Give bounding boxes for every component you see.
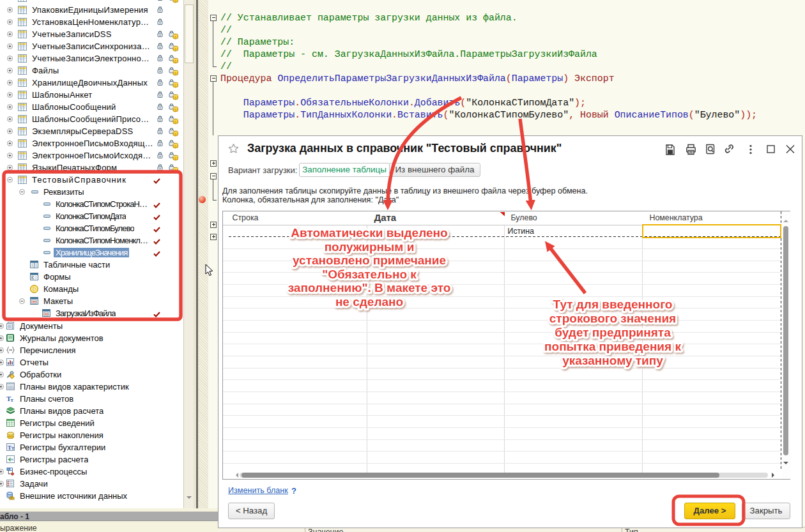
svg-text:Tт: Tт [8,445,15,451]
svg-text:т: т [11,397,14,402]
